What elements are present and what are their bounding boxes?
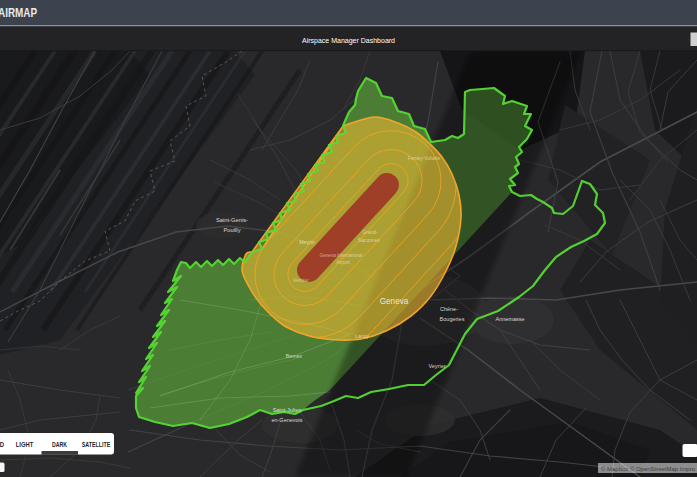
svg-text:Airport: Airport — [336, 260, 350, 265]
svg-text:Bougeries: Bougeries — [440, 316, 465, 322]
svg-text:Geneva: Geneva — [380, 297, 409, 306]
svg-text:Lancy: Lancy — [355, 333, 369, 339]
svg-text:© Mapbox © OpenStreetMap Impro: © Mapbox © OpenStreetMap Impro — [601, 465, 696, 472]
svg-text:Pouilly: Pouilly — [223, 227, 240, 233]
svg-text:LIGHT: LIGHT — [16, 441, 34, 448]
svg-text:DARK: DARK — [52, 441, 67, 448]
svg-text:Vernier: Vernier — [293, 277, 309, 283]
svg-text:Meyrin: Meyrin — [299, 239, 315, 245]
svg-text:STANDARD: STANDARD — [0, 441, 4, 448]
svg-text:SATELLITE: SATELLITE — [82, 441, 111, 448]
svg-text:Geneva International: Geneva International — [320, 253, 363, 258]
svg-text:Airspace Manager Dashboard: Airspace Manager Dashboard — [302, 36, 395, 45]
svg-text:Chêne-: Chêne- — [440, 306, 458, 312]
svg-text:Saint-Genis-: Saint-Genis- — [216, 217, 248, 223]
svg-text:Grand-: Grand- — [362, 229, 378, 235]
svg-text:AIRMAP: AIRMAP — [0, 5, 37, 20]
svg-text:Bernex: Bernex — [286, 353, 303, 359]
svg-text:Saconnex: Saconnex — [358, 237, 381, 243]
svg-text:Saint-Julien: Saint-Julien — [273, 407, 302, 413]
svg-text:Veyrier: Veyrier — [428, 363, 445, 369]
svg-text:Ferney-Voltaire: Ferney-Voltaire — [408, 156, 441, 161]
svg-text:Annemasse: Annemasse — [495, 316, 524, 322]
svg-text:en-Genevois: en-Genevois — [271, 417, 302, 423]
